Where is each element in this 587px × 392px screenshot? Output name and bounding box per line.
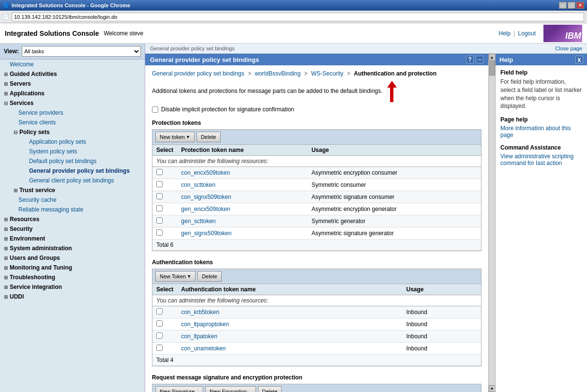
sidebar-item-system-admin[interactable]: ⊞ System administration (0, 243, 145, 253)
sidebar-item-users-groups[interactable]: ⊞ Users and Groups (0, 253, 145, 263)
sidebar-item-reliable-messaging[interactable]: Reliable messaging state (10, 205, 145, 214)
command-assistance-link[interactable]: View administrative scripting command fo… (500, 153, 573, 166)
sidebar-item-monitoring[interactable]: ⊞ Monitoring and Tuning (0, 263, 145, 272)
disable-protection-checkbox[interactable] (152, 106, 158, 113)
nav-label: Policy sets (19, 129, 50, 136)
close-button[interactable]: ✕ (576, 2, 584, 9)
scroll-thumb-area (489, 60, 495, 385)
sidebar-item-system-policy-sets[interactable]: System policy sets (24, 147, 145, 156)
auth-token-link[interactable]: con_krb5token (181, 309, 219, 316)
row-checkbox[interactable] (156, 229, 163, 236)
breadcrumb-link-2[interactable]: worldBssvBinding (255, 70, 301, 77)
row-checkbox[interactable] (156, 345, 163, 351)
token-link[interactable]: con_scttoken (181, 181, 215, 188)
content-body: General provider policy set bindings > w… (145, 65, 488, 392)
total-row: Total 6 (152, 240, 481, 251)
maximize-button[interactable]: □ (568, 2, 575, 9)
logout-link[interactable]: Logout (518, 30, 536, 37)
new-signature-button[interactable]: New Signature... (155, 386, 203, 392)
sidebar-item-security[interactable]: ⊞ Security (0, 224, 145, 234)
sidebar-item-services[interactable]: ⊟ Services (0, 98, 145, 108)
row-checkbox[interactable] (156, 181, 163, 187)
sidebar-item-servers[interactable]: ⊞ Servers (0, 79, 145, 89)
page-help-title: Page help (500, 116, 582, 123)
token-link[interactable]: gen_encx509token (181, 206, 230, 212)
row-checkbox[interactable] (156, 205, 163, 211)
sidebar-item-general-client[interactable]: General client policy set bindings (24, 176, 145, 185)
token-link[interactable]: con_encx509token (181, 169, 230, 176)
nav-label: Monitoring and Tuning (10, 264, 72, 271)
sidebar-item-service-providers[interactable]: Service providers (10, 108, 145, 118)
row-checkbox[interactable] (156, 320, 163, 327)
sidebar-item-security-cache[interactable]: Security cache (10, 195, 145, 205)
sidebar-item-resources[interactable]: ⊞ Resources (0, 214, 145, 224)
sidebar-item-service-clients[interactable]: Service clients (10, 118, 145, 127)
table-row: gen_signx509token Asymmetric signature g… (152, 227, 481, 240)
sidebar-item-general-provider[interactable]: General provider policy set bindings (24, 166, 145, 176)
sidebar-item-troubleshooting[interactable]: ⊞ Troubleshooting (0, 272, 145, 282)
delete-auth-tokens-button[interactable]: Delete (197, 271, 222, 282)
token-link[interactable]: gen_signx509token (181, 230, 231, 237)
sidebar-item-trust-service[interactable]: ⊞ Trust service (10, 185, 145, 195)
ibm-logo: IBM (543, 25, 582, 42)
page-help-link[interactable]: More information about this page (500, 125, 571, 138)
auth-tokens-table: Select Authentication token name Usage Y… (152, 284, 481, 366)
sidebar-item-welcome[interactable]: Welcome (0, 60, 145, 69)
table-row: con_encx509token Asymmetric encryption c… (152, 167, 481, 179)
sidebar-item-environment[interactable]: ⊞ Environment (0, 234, 145, 243)
row-checkbox[interactable] (156, 193, 163, 199)
field-help-desc: For field help information, select a fie… (500, 78, 582, 110)
token-link[interactable]: con_signx509token (181, 194, 231, 200)
expand-icon: ⊞ (4, 217, 8, 222)
view-select[interactable]: All tasks (22, 46, 141, 57)
scroll-up-button[interactable]: ▲ (489, 54, 496, 60)
minimize-button[interactable]: ─ (559, 2, 567, 9)
delete-request-protection-button[interactable]: Delete (258, 386, 282, 392)
help-icon-btn[interactable]: ? (466, 56, 474, 63)
sidebar-item-policy-sets[interactable]: ⊟ Policy sets (10, 127, 145, 137)
col-usage: Usage (403, 284, 482, 295)
main-content: General provider policy set bindings ? ─… (145, 54, 488, 392)
help-link[interactable]: Help (498, 30, 511, 37)
dropdown-arrow-icon: ▼ (187, 274, 191, 279)
sidebar-item-service-integration[interactable]: ⊞ Service integration (0, 282, 145, 292)
sidebar-item-uddi[interactable]: ⊞ UDDI (0, 292, 145, 302)
delete-protection-tokens-button[interactable]: Delete (196, 132, 221, 142)
scroll-thumb[interactable] (489, 61, 495, 75)
protection-tokens-table-container: New token ▼ Delete Select Pro (152, 129, 482, 251)
new-auth-token-button[interactable]: New Token ▼ (155, 271, 196, 282)
breadcrumb-link-1[interactable]: General provider policy set bindings (152, 70, 244, 77)
auth-token-link[interactable]: con_unametoken (181, 345, 226, 352)
breadcrumb-link-3[interactable]: WS-Security (311, 70, 344, 77)
nav-label: Guided Activities (10, 71, 57, 77)
close-page-link[interactable]: Close page (555, 45, 582, 51)
row-checkbox[interactable] (156, 308, 163, 315)
token-link[interactable]: gen_scttoken (181, 218, 215, 225)
row-checkbox[interactable] (156, 169, 163, 175)
scroll-down-button[interactable]: ▼ (489, 385, 496, 392)
view-label: View: (4, 48, 19, 55)
auth-token-link[interactable]: con_ltpaproptoken (181, 321, 229, 328)
help-close-button[interactable]: x (575, 56, 583, 63)
nav-label: Security (10, 226, 32, 232)
new-encryption-button[interactable]: New Encryption... (205, 386, 256, 392)
sidebar-item-applications[interactable]: ⊞ Applications (0, 89, 145, 98)
address-input[interactable] (12, 13, 584, 21)
usage-cell: Asymmetric signature consumer (308, 191, 481, 203)
sidebar-item-guided-activities[interactable]: ⊞ Guided Activities (0, 69, 145, 79)
new-token-button[interactable]: New token ▼ (155, 132, 195, 142)
arrow-head (387, 81, 397, 88)
expand-icon: ⊞ (4, 294, 8, 300)
auth-token-link[interactable]: con_ltpatoken (181, 333, 217, 340)
usage-cell: Symmetric generator (308, 215, 481, 227)
resource-text: You can administer the following resourc… (152, 295, 481, 306)
breadcrumb-current: Authentication and protection (354, 70, 436, 77)
row-checkbox[interactable] (156, 332, 163, 339)
addressbar: 📄 (0, 11, 587, 23)
row-checkbox[interactable] (156, 217, 163, 224)
minimize-panel-btn[interactable]: ─ (476, 56, 483, 63)
view-bar: View: All tasks (0, 44, 145, 60)
sidebar-item-default-bindings[interactable]: Default policy set bindings (24, 156, 145, 166)
sidebar-item-app-policy-sets[interactable]: Application policy sets (24, 137, 145, 147)
help-title-bar: Help x (496, 54, 587, 65)
